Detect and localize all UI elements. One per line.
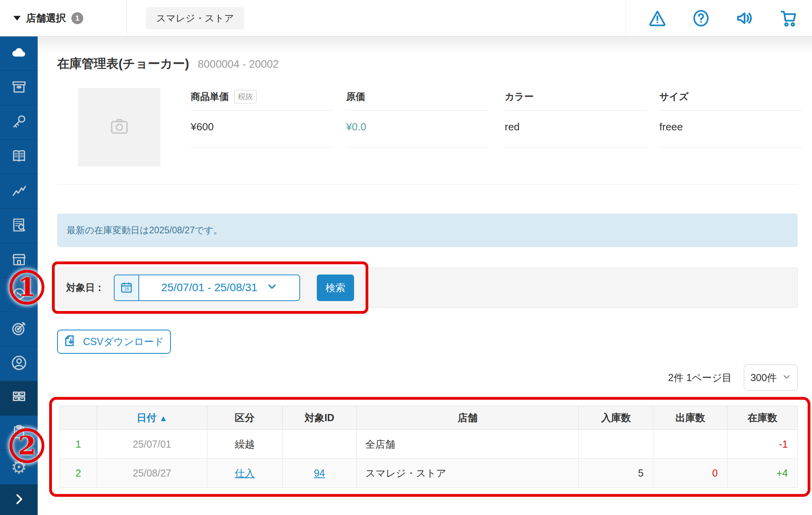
field-unit-price: 商品単価 税抜 ¥600: [191, 88, 333, 148]
header-rownum: [60, 406, 97, 430]
coin-icon: [11, 286, 27, 304]
header-stock-out: 出庫数: [653, 406, 728, 430]
key-icon: [11, 113, 27, 132]
warning-triangle-icon[interactable]: [647, 8, 668, 29]
notice-text: 最新の在庫変動日は2025/08/27です。: [67, 224, 222, 237]
field-size: サイズ freee: [659, 88, 802, 148]
csv-download-icon: [64, 334, 77, 350]
size-value: freee: [659, 111, 802, 143]
row-stock-qty: -1: [728, 430, 798, 459]
chevron-down-icon: [267, 281, 277, 294]
row-category: 繰越: [207, 430, 282, 459]
header-category: 区分: [207, 406, 282, 430]
inventory-report-icon: [11, 217, 27, 235]
drawers-icon: [11, 389, 27, 407]
row-date: 25/08/27: [97, 459, 207, 488]
chevron-right-icon: [12, 492, 26, 508]
row-category: 仕入: [207, 459, 282, 488]
topbar: 店舗選択 1 スマレジ・ストア: [0, 0, 812, 36]
page-title: 在庫管理表(チョーカー): [57, 55, 189, 72]
page-size-value: 300件: [751, 371, 777, 384]
archive-box-icon: [11, 79, 27, 97]
store-select-label: 店舗選択: [26, 11, 66, 25]
row-target-id: 94: [282, 459, 356, 488]
size-label: サイズ: [659, 90, 689, 103]
cloud-icon: [11, 44, 27, 63]
caret-down-icon: [13, 16, 21, 21]
header-stock-in: 入庫数: [579, 406, 653, 430]
sidebar-item-archive-box[interactable]: [0, 71, 38, 105]
header-date-sortable[interactable]: 日付 ▲: [97, 406, 207, 430]
stock-history-table: 日付 ▲ 区分 対象ID 店舗 入庫数 出庫数 在庫数 1 25/07/01 繰…: [59, 406, 798, 488]
color-value: red: [505, 111, 647, 143]
sidebar-item-inventory-report[interactable]: [0, 209, 38, 243]
book-icon: [11, 148, 27, 166]
help-circle-icon[interactable]: [691, 8, 711, 29]
table-row: 2 25/08/27 仕入 94 スマレジ・ストア 5 0 +4: [60, 459, 798, 488]
row-number: 2: [60, 459, 97, 488]
sidebar-item-storefront[interactable]: [0, 243, 38, 278]
sidebar-item-cloud[interactable]: [0, 36, 38, 71]
sort-asc-icon: ▲: [159, 414, 167, 423]
megaphone-icon[interactable]: [734, 8, 755, 29]
topbar-icon-group: [625, 0, 812, 36]
sidebar-item-drawers-selected[interactable]: [0, 381, 38, 416]
field-color: カラー red: [505, 88, 647, 148]
row-stock-out: [653, 430, 728, 459]
unit-price-value: ¥600: [191, 111, 333, 143]
target-icon: [10, 320, 28, 339]
row-number: 1: [60, 430, 97, 459]
sidebar-item-book[interactable]: [0, 140, 38, 174]
row-target-id: [282, 430, 356, 459]
row-stock-in: [579, 430, 653, 459]
category-link[interactable]: 仕入: [235, 467, 255, 479]
cost-value: ¥0.0: [346, 111, 489, 143]
csv-download-label: CSVダウンロード: [83, 335, 164, 348]
sidebar-item-user[interactable]: [0, 347, 38, 381]
latest-stock-change-notice: 最新の在庫変動日は2025/08/27です。: [57, 214, 798, 247]
sidebar-item-target[interactable]: [0, 312, 38, 347]
target-id-link[interactable]: 94: [314, 467, 325, 479]
header-stock-qty: 在庫数: [728, 406, 798, 430]
row-date: 25/07/01: [97, 430, 207, 459]
page-size-select[interactable]: 300件: [744, 364, 798, 391]
color-label: カラー: [505, 90, 534, 103]
sidebar-item-settings[interactable]: ⚙: [0, 450, 38, 484]
row-stock-in: 5: [579, 459, 653, 488]
date-range-picker[interactable]: 18 25/07/01 - 25/08/31: [114, 275, 300, 301]
row-stock-out: 0: [653, 459, 728, 488]
table-row: 1 25/07/01 繰越 全店舗 -1: [60, 430, 798, 459]
csv-download-button[interactable]: CSVダウンロード: [57, 330, 171, 354]
cost-label: 原価: [346, 90, 365, 103]
sidebar-item-trend-chart[interactable]: [0, 174, 38, 209]
trend-chart-icon: [10, 182, 28, 201]
product-image-placeholder: [78, 88, 161, 166]
header-target-id: 対象ID: [282, 406, 356, 430]
chevron-down-icon: [782, 372, 791, 383]
sidebar-item-clipboard[interactable]: [0, 416, 38, 450]
svg-text:18: 18: [124, 286, 129, 291]
row-store: スマレジ・ストア: [356, 459, 579, 488]
store-select-dropdown[interactable]: 店舗選択 1: [0, 0, 127, 36]
section-divider: [57, 184, 798, 185]
gear-icon: ⚙: [11, 458, 27, 476]
row-stock-qty: +4: [728, 459, 798, 488]
cart-icon[interactable]: [778, 8, 799, 29]
pagination: 2件 1ページ目 300件: [668, 364, 798, 391]
user-icon: [10, 354, 28, 373]
sidebar-collapse-button[interactable]: [0, 484, 38, 515]
clipboard-icon: [11, 423, 27, 442]
storefront-icon: [11, 251, 27, 269]
main-content: 在庫管理表(チョーカー) 8000004 - 20002 商品単価 税抜 ¥60…: [38, 36, 812, 515]
store-chip[interactable]: スマレジ・ストア: [146, 7, 244, 29]
row-store: 全店舗: [356, 430, 579, 459]
product-code: 8000004 - 20002: [198, 58, 279, 71]
inventory-management-page: 店舗選択 1 スマレジ・ストア: [0, 0, 812, 515]
camera-icon: [108, 115, 131, 139]
search-button[interactable]: 検索: [317, 275, 354, 301]
sidebar-item-key[interactable]: [0, 105, 38, 140]
sidebar-item-coin[interactable]: [0, 278, 38, 312]
field-cost: 原価 ¥0.0: [346, 88, 489, 148]
calendar-icon: 18: [115, 275, 139, 300]
tax-excluded-badge: 税抜: [234, 90, 257, 103]
